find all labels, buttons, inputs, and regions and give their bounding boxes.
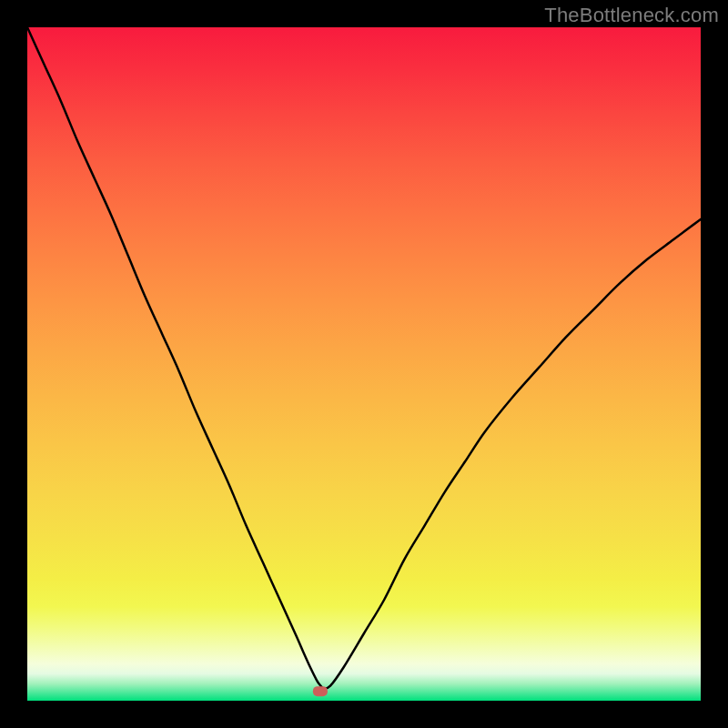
bottleneck-curve (27, 27, 701, 689)
curve-layer (27, 27, 701, 701)
plot-area (27, 27, 701, 701)
optimal-point-marker (313, 686, 328, 696)
watermark-text: TheBottleneck.com (544, 4, 719, 27)
chart-canvas: TheBottleneck.com (0, 0, 728, 728)
